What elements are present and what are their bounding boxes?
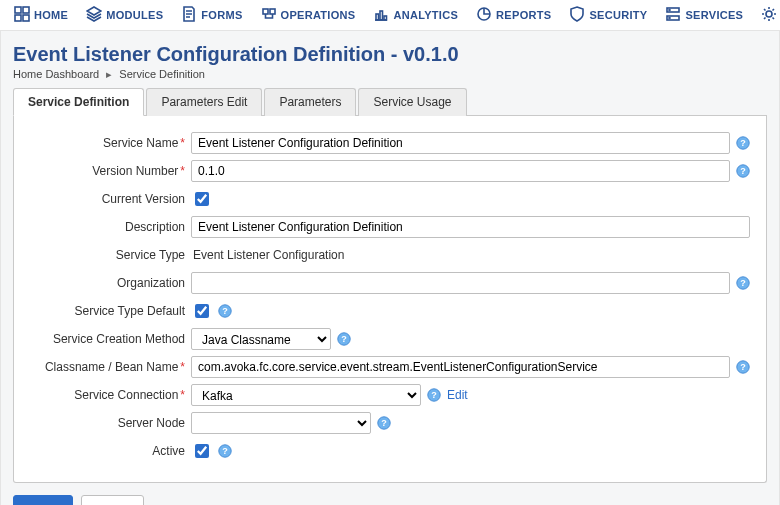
- label-classname: Classname / Bean Name: [45, 360, 178, 374]
- help-icon[interactable]: [377, 416, 391, 430]
- svg-point-16: [766, 11, 772, 17]
- nav-modules[interactable]: MODULES: [86, 6, 163, 24]
- classname-input[interactable]: [191, 356, 730, 378]
- svg-rect-6: [263, 9, 268, 14]
- label-service-connection: Service Connection: [74, 388, 178, 402]
- nav-label: SECURITY: [589, 9, 647, 21]
- help-icon[interactable]: [427, 388, 441, 402]
- page-body: Event Listener Configuration Definition …: [0, 31, 780, 505]
- required-star: *: [180, 164, 185, 178]
- required-star: *: [180, 136, 185, 150]
- tab-parameters-edit[interactable]: Parameters Edit: [146, 88, 262, 116]
- label-service-type-default: Service Type Default: [74, 304, 185, 318]
- help-icon[interactable]: [736, 164, 750, 178]
- label-organization: Organization: [117, 276, 185, 290]
- breadcrumb: Home Dashboard ▸ Service Definition: [13, 68, 767, 81]
- required-star: *: [180, 388, 185, 402]
- version-number-input[interactable]: [191, 160, 730, 182]
- nav-forms[interactable]: FORMS: [181, 6, 242, 24]
- svg-rect-4: [15, 15, 21, 21]
- nav-label: OPERATIONS: [281, 9, 356, 21]
- nav-analytics[interactable]: ANALYTICS: [373, 6, 458, 24]
- breadcrumb-separator: ▸: [106, 68, 112, 80]
- label-service-creation-method: Service Creation Method: [53, 332, 185, 346]
- modules-icon: [86, 6, 102, 24]
- nav-operations[interactable]: OPERATIONS: [261, 6, 356, 24]
- tab-service-usage[interactable]: Service Usage: [358, 88, 466, 116]
- svg-point-15: [669, 18, 670, 19]
- nav-reports[interactable]: REPORTS: [476, 6, 551, 24]
- label-service-type: Service Type: [116, 248, 185, 262]
- forms-icon: [181, 6, 197, 24]
- nav-label: REPORTS: [496, 9, 551, 21]
- svg-rect-5: [23, 15, 29, 21]
- tab-service-definition[interactable]: Service Definition: [13, 88, 144, 116]
- security-icon: [569, 6, 585, 24]
- breadcrumb-current[interactable]: Service Definition: [119, 68, 205, 80]
- page-title: Event Listener Configuration Definition …: [13, 43, 767, 66]
- nav-label: MODULES: [106, 9, 163, 21]
- label-current-version: Current Version: [102, 192, 185, 206]
- svg-rect-9: [380, 11, 383, 20]
- organization-input[interactable]: [191, 272, 730, 294]
- nav-home[interactable]: HOME: [14, 6, 68, 24]
- help-icon[interactable]: [218, 304, 232, 318]
- description-input[interactable]: [191, 216, 750, 238]
- svg-rect-8: [376, 14, 379, 20]
- reports-icon: [476, 6, 492, 24]
- nav-label: ANALYTICS: [393, 9, 458, 21]
- service-type-value: Event Listener Configuration: [191, 248, 344, 262]
- save-button[interactable]: Save: [13, 495, 73, 505]
- help-icon[interactable]: [736, 276, 750, 290]
- tab-bar: Service Definition Parameters Edit Param…: [13, 87, 767, 116]
- nav-label: FORMS: [201, 9, 242, 21]
- top-nav: HOME MODULES FORMS OPERATIONS ANALYTICS …: [0, 0, 780, 31]
- nav-label: HOME: [34, 9, 68, 21]
- service-type-default-checkbox[interactable]: [195, 304, 209, 318]
- label-active: Active: [152, 444, 185, 458]
- nav-system[interactable]: SYSTEM: [761, 6, 780, 24]
- help-icon[interactable]: [337, 332, 351, 346]
- label-service-name: Service Name: [103, 136, 178, 150]
- operations-icon: [261, 6, 277, 24]
- breadcrumb-home[interactable]: Home Dashboard: [13, 68, 99, 80]
- edit-link[interactable]: Edit: [447, 388, 468, 402]
- services-icon: [665, 6, 681, 24]
- label-server-node: Server Node: [118, 416, 185, 430]
- label-description: Description: [125, 220, 185, 234]
- current-version-checkbox[interactable]: [195, 192, 209, 206]
- label-version-number: Version Number: [92, 164, 178, 178]
- help-icon[interactable]: [218, 444, 232, 458]
- server-node-select[interactable]: [191, 412, 371, 434]
- svg-rect-10: [384, 16, 387, 20]
- service-creation-method-select[interactable]: Java Classname: [191, 328, 331, 350]
- svg-rect-7: [270, 9, 275, 14]
- svg-rect-2: [15, 7, 21, 13]
- form-panel: Service Name* Version Number* Current Ve…: [13, 116, 767, 483]
- nav-services[interactable]: SERVICES: [665, 6, 743, 24]
- button-bar: Save Close: [13, 495, 767, 505]
- home-icon: [14, 6, 30, 24]
- help-icon[interactable]: [736, 360, 750, 374]
- help-icon[interactable]: [736, 136, 750, 150]
- active-checkbox[interactable]: [195, 444, 209, 458]
- required-star: *: [180, 360, 185, 374]
- svg-point-14: [669, 10, 670, 11]
- service-connection-select[interactable]: Kafka: [191, 384, 421, 406]
- system-icon: [761, 6, 777, 24]
- service-name-input[interactable]: [191, 132, 730, 154]
- close-button[interactable]: Close: [81, 495, 144, 505]
- svg-rect-3: [23, 7, 29, 13]
- tab-parameters[interactable]: Parameters: [264, 88, 356, 116]
- analytics-icon: [373, 6, 389, 24]
- nav-label: SERVICES: [685, 9, 743, 21]
- nav-security[interactable]: SECURITY: [569, 6, 647, 24]
